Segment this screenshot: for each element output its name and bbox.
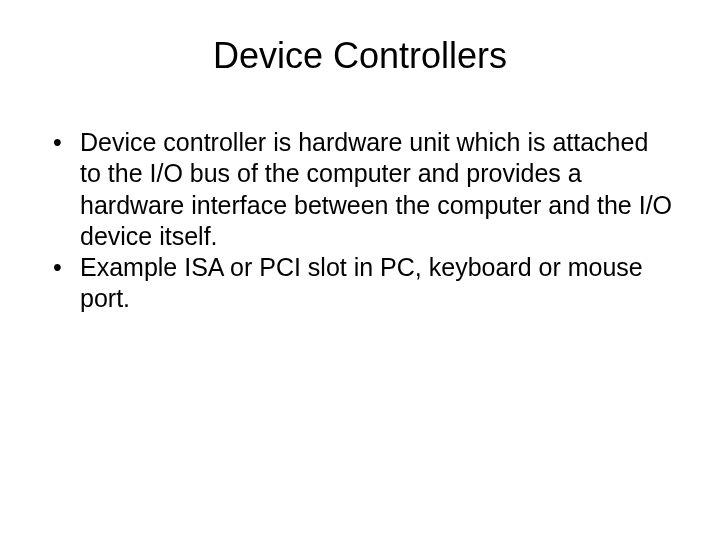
bullet-item: Example ISA or PCI slot in PC, keyboard …	[45, 252, 675, 315]
slide-title: Device Controllers	[45, 35, 675, 77]
bullet-list: Device controller is hardware unit which…	[45, 127, 675, 315]
bullet-item: Device controller is hardware unit which…	[45, 127, 675, 252]
